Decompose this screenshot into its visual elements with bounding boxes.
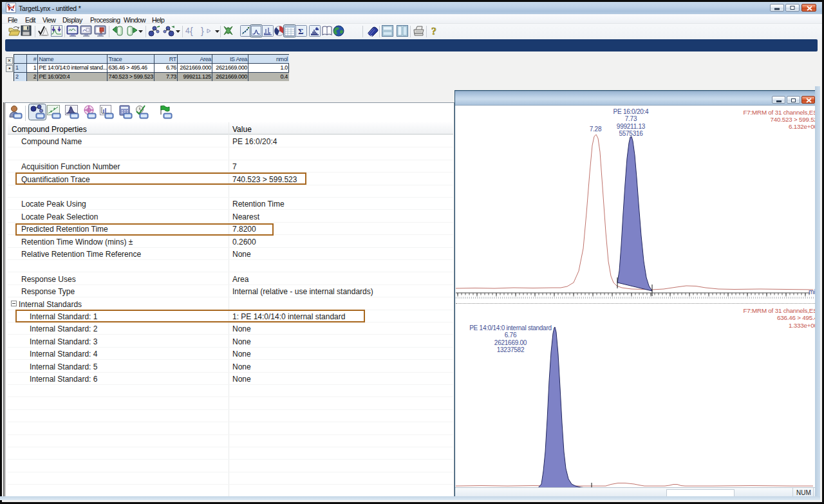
svg-text:{: { bbox=[190, 26, 193, 36]
svg-text:?: ? bbox=[431, 26, 436, 37]
svg-text:}: } bbox=[201, 26, 204, 36]
svg-text:Σ: Σ bbox=[298, 26, 304, 36]
svg-text:4: 4 bbox=[185, 26, 190, 35]
